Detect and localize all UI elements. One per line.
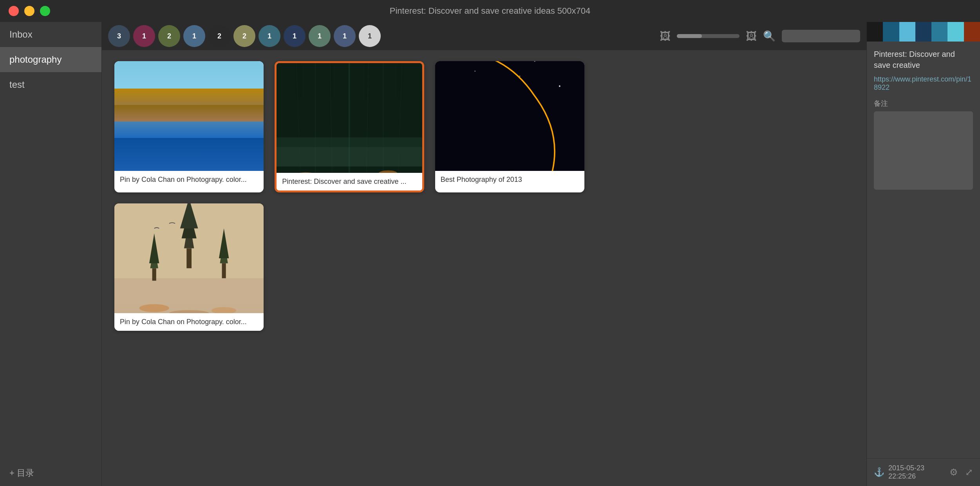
minimize-button[interactable] (24, 6, 34, 16)
sidebar: Inbox photography test + 目录 (0, 22, 102, 486)
panel-date: 2015-05-23 22:25:26 (888, 464, 946, 481)
close-button[interactable] (9, 6, 19, 16)
card-4-label: Pin by Cola Chan on Photograpy. color... (114, 313, 264, 331)
progress-fill (677, 34, 702, 38)
tab-badge-3: 1 (192, 32, 196, 40)
card-3-image (435, 61, 584, 171)
link-icon: ⚓ (874, 467, 884, 477)
swatch-6 (947, 22, 964, 42)
right-panel: Pinterest: Discover and save creative ht… (866, 22, 980, 486)
forest-svg (277, 63, 422, 173)
panel-note-textarea[interactable] (874, 111, 973, 190)
card-2-label: Pinterest: Discover and save creative ..… (277, 173, 422, 190)
tab-1[interactable]: 1 (133, 25, 155, 47)
tab-7[interactable]: 1 (284, 25, 306, 47)
tab-8[interactable]: 1 (309, 25, 331, 47)
tab-9[interactable]: 1 (334, 25, 356, 47)
search-icon[interactable]: 🔍 (763, 30, 776, 42)
tab-badge-4: 2 (217, 32, 221, 40)
sidebar-item-photography[interactable]: photography (0, 47, 101, 72)
tabs-right: 🖼 🖼 🔍 (660, 30, 860, 43)
tab-2[interactable]: 2 (158, 25, 180, 47)
panel-url[interactable]: https://www.pinterest.com/pin/18922 (874, 75, 973, 92)
swatch-7 (964, 22, 980, 42)
card-1-label: Pin by Cola Chan on Photograpy. color... (114, 171, 264, 189)
card-3[interactable]: Best Photography of 2013 (435, 61, 584, 192)
tab-badge-8: 1 (318, 32, 322, 40)
tab-badge-1: 1 (142, 32, 146, 40)
panel-note-label: 备注 (874, 99, 973, 108)
maximize-panel-icon[interactable]: ⤢ (965, 467, 973, 478)
titlebar: Pinterest: Discover and save creative id… (0, 0, 980, 22)
tab-4[interactable]: 2 (208, 25, 230, 47)
sidebar-item-test[interactable]: test (0, 72, 101, 97)
grid-area: Pin by Cola Chan on Photograpy. color... (102, 50, 866, 486)
settings-icon[interactable]: ⚙ (949, 467, 958, 478)
svg-rect-39 (114, 303, 264, 313)
image-icon-left: 🖼 (660, 30, 671, 43)
content-area: 3 1 2 1 2 2 1 1 1 (102, 22, 866, 486)
svg-point-15 (474, 71, 476, 72)
svg-rect-29 (186, 248, 192, 268)
swatch-4 (915, 22, 931, 42)
card-4-image (114, 203, 264, 313)
svg-rect-9 (277, 147, 422, 167)
svg-rect-32 (222, 263, 226, 278)
panel-bottom-icons: ⚙ ⤢ (949, 467, 973, 478)
sidebar-item-inbox[interactable]: Inbox (0, 22, 101, 47)
svg-rect-13 (435, 61, 584, 171)
add-directory-button[interactable]: + 目录 (0, 460, 101, 486)
tab-badge-7: 1 (293, 32, 297, 40)
tab-badge-10: 1 (368, 32, 372, 40)
cards-grid: Pin by Cola Chan on Photograpy. color... (114, 61, 584, 331)
swatch-5 (931, 22, 947, 42)
tabs-bar: 3 1 2 1 2 2 1 1 1 (102, 22, 866, 50)
maximize-button[interactable] (40, 6, 50, 16)
color-swatches (867, 22, 980, 42)
main-layout: Inbox photography test + 目录 3 1 2 1 (0, 22, 980, 486)
progress-bar (677, 34, 740, 38)
window-controls (0, 6, 50, 16)
tab-6[interactable]: 1 (259, 25, 280, 47)
tab-10[interactable]: 1 (359, 25, 381, 47)
trees-svg (114, 203, 264, 313)
swatch-1 (867, 22, 883, 42)
card-2-image (277, 63, 422, 173)
card-3-label: Best Photography of 2013 (435, 171, 584, 189)
image-icon-right: 🖼 (746, 30, 757, 43)
svg-point-17 (559, 85, 561, 87)
progress-bar-container (677, 34, 740, 38)
search-input[interactable] (782, 30, 860, 42)
card-1[interactable]: Pin by Cola Chan on Photograpy. color... (114, 61, 264, 192)
tab-badge-5: 2 (242, 32, 246, 40)
swatch-2 (883, 22, 899, 42)
tab-badge-0: 3 (117, 32, 121, 40)
tab-badge-6: 1 (268, 32, 271, 40)
tab-5[interactable]: 2 (233, 25, 255, 47)
tab-badge-9: 1 (343, 32, 347, 40)
tab-0[interactable]: 3 (108, 25, 130, 47)
panel-title: Pinterest: Discover and save creative (874, 49, 973, 71)
svg-rect-35 (152, 268, 156, 281)
swatch-3 (899, 22, 915, 42)
card-4[interactable]: Pin by Cola Chan on Photograpy. color... (114, 203, 264, 331)
card-2[interactable]: Pinterest: Discover and save creative ..… (275, 61, 424, 192)
panel-info: Pinterest: Discover and save creative ht… (867, 42, 980, 458)
card-1-image (114, 61, 264, 171)
window-title: Pinterest: Discover and save creative id… (390, 6, 590, 16)
tab-3[interactable]: 1 (183, 25, 205, 47)
rocket-svg (435, 61, 584, 171)
tab-badge-2: 2 (167, 32, 171, 40)
panel-footer: ⚓ 2015-05-23 22:25:26 ⚙ ⤢ (867, 458, 980, 486)
